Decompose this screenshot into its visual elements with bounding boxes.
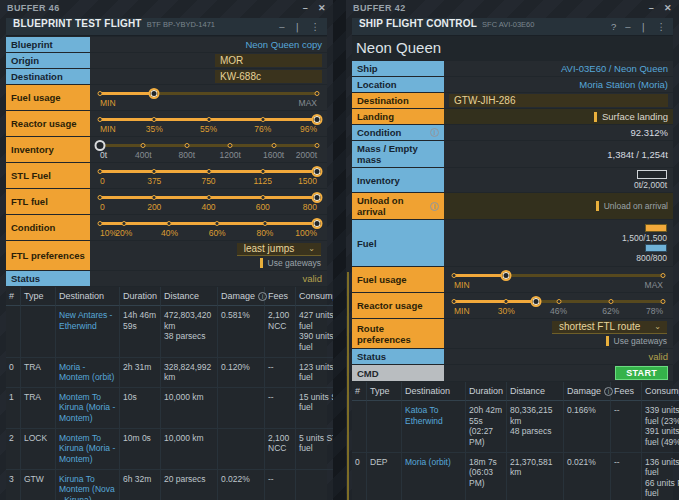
unload-on-arrival-toggle[interactable]: Unload on arrival bbox=[596, 201, 668, 211]
panel-minimize-icon[interactable]: – bbox=[279, 21, 284, 32]
fuel-usage-row: Fuel usage MINMAX bbox=[352, 267, 673, 292]
slider-tick-icon bbox=[98, 221, 103, 226]
panel-detach-icon[interactable]: ❘ bbox=[294, 21, 302, 32]
slider-tick-label: 800t bbox=[179, 150, 196, 160]
use-gateways-toggle[interactable]: Use gateways bbox=[606, 336, 667, 346]
slider-tick-label: 375 bbox=[147, 176, 161, 186]
route-preferences-row: Route preferences shortest FTL route ⌄ U… bbox=[352, 319, 673, 348]
route-preference-select[interactable]: shortest FTL route ⌄ bbox=[552, 321, 667, 334]
inventory-meter[interactable] bbox=[637, 170, 667, 179]
destination-label: Destination bbox=[6, 69, 90, 84]
slider-tick-label: 800 bbox=[303, 202, 317, 212]
buffer-titlebar[interactable]: BUFFER 46 – ✕ bbox=[0, 0, 333, 16]
fuel-usage-slider[interactable]: MINMAX bbox=[444, 267, 673, 292]
close-icon[interactable]: ✕ bbox=[664, 3, 672, 13]
slider-tick-label: 30% bbox=[498, 306, 515, 316]
slider-tick-label: 1125 bbox=[254, 176, 272, 186]
destination-input[interactable]: GTW-JIH-286 bbox=[449, 94, 668, 107]
table-cell: 136 units STL fuel 66 units FTL fuel bbox=[642, 453, 679, 500]
table-cell: 328,824,992 km bbox=[161, 358, 218, 388]
table-cell: 20h 42m 55s (02:27 PM) bbox=[466, 401, 507, 453]
slider-tick-label: 46% bbox=[550, 306, 567, 316]
slider-tick-label: MIN bbox=[454, 280, 470, 290]
blueprint-row: Blueprint Neon Queen copy bbox=[6, 37, 327, 52]
destination-row: Destination KW-688c bbox=[6, 69, 327, 84]
slider-tick-icon bbox=[98, 169, 103, 174]
slider-tick-label: 55% bbox=[200, 124, 217, 134]
slider-tick-icon bbox=[271, 143, 276, 148]
panel-code: SFC AVI-03E60 bbox=[482, 20, 534, 29]
ftl-preference-select[interactable]: least jumps ⌄ bbox=[237, 243, 321, 256]
ftl-preferences-row: FTL preferences least jumps ⌄ Use gatewa… bbox=[6, 241, 327, 270]
table-cell: 21,370,581 km bbox=[507, 453, 564, 500]
slider-tick-label: 200 bbox=[147, 202, 161, 212]
slider-tick-label: 0t bbox=[100, 150, 107, 160]
origin-input[interactable]: MOR bbox=[215, 54, 322, 67]
route-destination-link[interactable]: Montem To Kiruna (Moria - Montem) bbox=[56, 429, 120, 470]
slider-tick-label: 0 bbox=[100, 202, 105, 212]
table-cell: 0.120% bbox=[218, 358, 265, 388]
blueprint-link[interactable]: Neon Queen copy bbox=[245, 39, 322, 50]
table-cell bbox=[218, 429, 265, 470]
minimize-icon[interactable]: – bbox=[649, 3, 654, 13]
slider-tick-label: 400 bbox=[201, 202, 215, 212]
start-button[interactable]: START bbox=[615, 366, 668, 380]
slider-tick-label: 60% bbox=[209, 228, 226, 238]
slider-tick-label: 100% bbox=[295, 228, 317, 238]
use-gateways-toggle[interactable]: Use gateways bbox=[260, 258, 321, 268]
slider-tick-icon bbox=[152, 169, 157, 174]
table-cell: 0.581% bbox=[218, 306, 265, 358]
status-row: Status valid bbox=[6, 271, 327, 286]
stl-fuel-slider[interactable]: 037575011251500 bbox=[90, 163, 327, 188]
table-cell: 2 bbox=[6, 429, 21, 470]
slider-tick-icon bbox=[206, 169, 211, 174]
ftl-fuel-slider[interactable]: 0200400600800 bbox=[90, 189, 327, 214]
table-cell bbox=[296, 470, 333, 500]
route-destination-link[interactable]: Moria - Montem (orbit) bbox=[56, 358, 120, 388]
toggle-bar-icon bbox=[596, 201, 599, 211]
panel-menu-icon[interactable]: ⋮ bbox=[657, 21, 667, 32]
condition-label: Condition i bbox=[352, 125, 444, 140]
route-destination-link[interactable]: Kiruna To Montem (Nova - Kiruna) bbox=[56, 470, 120, 500]
reactor-usage-slider[interactable]: MIN35%55%76%96% bbox=[90, 111, 327, 136]
stl-fuel-meter bbox=[645, 224, 667, 232]
scrollbar[interactable] bbox=[347, 272, 349, 500]
location-link[interactable]: Moria Station (Moria) bbox=[579, 79, 668, 90]
inventory-row: Inventory 0t400t800t1200t1600t2000t bbox=[6, 137, 327, 162]
minimize-icon[interactable]: – bbox=[303, 3, 308, 13]
route-destination-link[interactable]: Montem To Kiruna (Moria - Montem) bbox=[56, 388, 120, 429]
slider-tick-label: 76% bbox=[254, 124, 271, 134]
buffer-titlebar[interactable]: BUFFER 42 – ✕ bbox=[346, 0, 679, 16]
landing-label: Landing bbox=[352, 109, 444, 124]
slider-tick-icon bbox=[608, 299, 613, 304]
slider-tick-icon bbox=[315, 91, 320, 96]
table-cell: GTW bbox=[21, 470, 56, 500]
slider-tick-label: 750 bbox=[201, 176, 215, 186]
slider-tick-icon bbox=[661, 273, 666, 278]
table-cell: 0.022% bbox=[218, 470, 265, 500]
slider-tick-label: 1200t bbox=[220, 150, 241, 160]
slider-tick-icon bbox=[315, 143, 320, 148]
panel-detach-icon[interactable]: ❘ bbox=[640, 21, 648, 32]
ship-link[interactable]: AVI-03E60 / Neon Queen bbox=[561, 63, 668, 74]
table-header-cell: Consumption bbox=[642, 382, 679, 401]
slider-tick-icon bbox=[152, 195, 157, 200]
reactor-usage-slider[interactable]: MIN30%46%62%78% bbox=[444, 293, 673, 318]
fuel-usage-slider[interactable]: MINMAX bbox=[90, 85, 327, 110]
table-header-cell: Damagei bbox=[218, 287, 265, 306]
condition-value: 92.312% bbox=[630, 127, 668, 138]
route-destination-link[interactable]: Katoa To Etherwind bbox=[402, 401, 466, 453]
inventory-row: Inventory 0t/2,000t bbox=[352, 168, 673, 192]
surface-landing-toggle[interactable]: Surface landing bbox=[594, 111, 668, 122]
route-destination-link[interactable]: New Antares - Etherwind bbox=[56, 306, 120, 358]
destination-input[interactable]: KW-688c bbox=[215, 70, 322, 83]
route-destination-link[interactable]: Moria (orbit) bbox=[402, 453, 466, 500]
panel-menu-icon[interactable]: ⋮ bbox=[311, 21, 321, 32]
condition-slider[interactable]: 10%20%40%60%80%100% bbox=[90, 215, 327, 240]
panel-minimize-icon[interactable]: – bbox=[625, 21, 630, 32]
inventory-slider[interactable]: 0t400t800t1200t1600t2000t bbox=[90, 137, 327, 162]
panel-help-icon[interactable]: ? bbox=[611, 21, 616, 32]
table-cell: 10m 0s bbox=[120, 429, 161, 470]
close-icon[interactable]: ✕ bbox=[318, 3, 326, 13]
slider-tick-icon bbox=[556, 299, 561, 304]
